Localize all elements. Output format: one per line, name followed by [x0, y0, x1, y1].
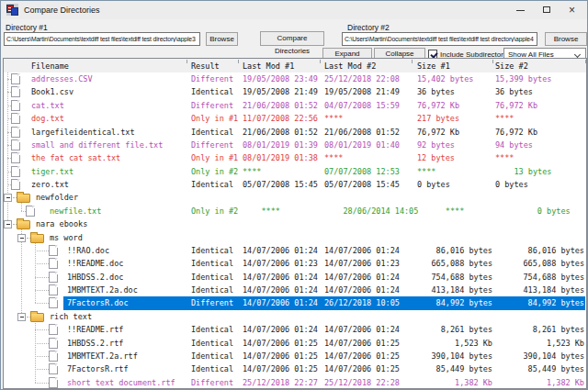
compare-directories-button[interactable]: Compare Directories — [260, 31, 324, 46]
cell-last-mod-1: 21/06/2008 01:52 — [243, 99, 322, 112]
table-row[interactable]: !!README.docIdentical14/07/2006 01:2314/… — [4, 257, 586, 270]
cell-size-2: 0 bytes — [495, 205, 584, 217]
table-row[interactable]: cat.txtDifferent21/06/2008 01:5204/07/20… — [4, 99, 586, 112]
column-separator — [585, 60, 586, 63]
table-row[interactable]: rich text — [4, 310, 586, 323]
file-name: Book1.csv — [31, 85, 74, 98]
table-row[interactable]: short text document.rtfDifferent25/12/20… — [4, 376, 586, 388]
table-row[interactable]: tiger.txtOnly in #2****07/07/2008 12:53*… — [4, 165, 586, 178]
cell-size-1: 84,992 bytes — [417, 296, 492, 309]
minimize-button[interactable] — [507, 1, 534, 19]
column-header[interactable]: Result — [191, 61, 220, 72]
cell-result: Different — [191, 296, 239, 309]
cell-last-mod-2: 14/07/2006 01:24 — [324, 271, 414, 284]
cell-result: Different — [191, 99, 239, 112]
browse1-button[interactable]: Browse — [206, 32, 238, 46]
cell-last-mod-2: 14/07/2006 01:25 — [324, 337, 414, 350]
column-header[interactable]: Filename — [31, 61, 69, 72]
cell-last-mod-1: 08/01/2019 01:38 — [243, 151, 322, 164]
directory1-path-input[interactable] — [4, 32, 200, 46]
file-icon — [49, 284, 58, 295]
table-row[interactable]: newfolder — [4, 191, 586, 204]
cell-last-mod-2: **** — [324, 151, 414, 164]
file-icon — [11, 113, 20, 124]
maximize-button[interactable] — [534, 1, 560, 19]
file-icon — [11, 100, 20, 111]
cell-last-mod-1: 14/07/2006 01:24 — [243, 284, 322, 296]
table-row[interactable]: largefileidentical.txtIdentical21/06/200… — [4, 126, 586, 139]
tree-line — [35, 369, 49, 370]
cell-size-1: 1,382 Kb — [417, 376, 492, 388]
table-row[interactable]: addresses.CSVDifferent19/05/2008 23:4925… — [4, 72, 586, 85]
cell-size-1: 15,402 bytes — [417, 72, 492, 85]
table-row[interactable]: zero.txtIdentical05/07/2008 15:4505/07/2… — [4, 178, 586, 191]
cell-result: Identical — [191, 271, 239, 284]
column-separator — [238, 60, 239, 63]
column-header[interactable]: Size #2 — [495, 61, 528, 72]
cell-last-mod-2: **** — [324, 112, 414, 125]
cell-last-mod-1: 08/01/2019 01:39 — [243, 139, 322, 151]
table-row[interactable]: 7FactorsR.rtfIdentical14/07/2006 01:2514… — [4, 362, 586, 375]
cell-size-1: 76,972 Kb — [417, 99, 492, 112]
table-row[interactable]: 1MBMTEXT.2a.docIdentical14/07/2006 01:24… — [4, 284, 586, 296]
table-row[interactable]: newfile.txtOnly in #2 **** 28/06/2014 14… — [4, 205, 586, 217]
tree-line — [35, 356, 49, 357]
column-header[interactable]: Last Mod #2 — [324, 61, 376, 72]
cell-last-mod-2: 19/05/2008 21:49 — [324, 85, 414, 98]
table-row[interactable]: ms word — [4, 231, 586, 244]
table-row[interactable]: 7FactorsR.docDifferent14/07/2006 01:2426… — [4, 296, 586, 309]
cell-result: Identical — [191, 85, 239, 98]
table-row[interactable]: the fat cat sat.txtOnly in #108/01/2019 … — [4, 151, 586, 164]
directory2-path-input[interactable] — [342, 32, 537, 46]
cell-size-1: 8,261 bytes — [417, 323, 492, 336]
file-name: zero.txt — [31, 178, 69, 191]
table-row[interactable]: small and different file.txtDifferent08/… — [4, 139, 586, 151]
cell-size-1: 85,449 bytes — [417, 362, 492, 375]
table-row[interactable]: nara ebooks — [4, 217, 586, 230]
cell-result: Identical — [191, 244, 239, 257]
table-row[interactable]: 1HBDSS.2.docIdentical14/07/2006 01:2414/… — [4, 271, 586, 284]
cell-result: Only in #2 — [191, 165, 239, 178]
cell-result: Identical — [191, 323, 239, 336]
tree-line — [35, 263, 49, 264]
file-name: largefileidentical.txt — [31, 126, 135, 139]
cell-size-2: 15,399 bytes — [495, 72, 584, 85]
cell-last-mod-2: 14/07/2006 01:25 — [324, 350, 414, 362]
cell-result: Different — [191, 72, 239, 85]
tree-expander[interactable] — [4, 194, 12, 202]
cell-last-mod-2: 04/07/2008 15:59 — [324, 99, 414, 112]
file-name: the fat cat sat.txt — [31, 151, 120, 164]
file-name: nara ebooks — [36, 217, 87, 230]
cell-last-mod-2: 05/07/2008 15:45 — [324, 178, 414, 191]
minimize-icon — [516, 10, 525, 11]
tree-expander[interactable] — [17, 313, 26, 321]
column-header[interactable]: Size #1 — [417, 61, 450, 72]
maximize-icon — [543, 6, 550, 13]
cell-size-2: 390,104 bytes — [495, 350, 584, 362]
cell-last-mod-1: 14/07/2006 01:24 — [243, 296, 322, 309]
cell-last-mod-2: 14/07/2006 01:25 — [324, 362, 414, 375]
column-header[interactable]: Last Mod #1 — [243, 61, 294, 72]
table-row[interactable]: 1HBDSS.2.rtfIdentical14/07/2006 01:2514/… — [4, 337, 586, 350]
table-row[interactable]: !!README.rtfIdentical14/07/2006 01:2414/… — [4, 323, 586, 336]
file-name: newfile.txt — [50, 205, 101, 217]
browse2-button[interactable]: Browse — [545, 32, 587, 46]
table-row[interactable]: Book1.csvIdentical19/05/2008 21:4919/05/… — [4, 85, 586, 98]
tree-expander[interactable] — [17, 234, 26, 242]
file-name: 1MBMTEXT.2a.doc — [67, 284, 138, 296]
tree-line — [35, 251, 49, 251]
cell-result: Identical — [191, 257, 239, 270]
table-row[interactable]: dog.txtOnly in #111/07/2008 22:56****217… — [4, 112, 586, 125]
cell-last-mod-2: 28/06/2014 14:05 — [324, 205, 414, 217]
close-button[interactable]: × — [560, 1, 587, 19]
file-name: !!README.doc — [67, 257, 123, 270]
column-separator — [320, 60, 321, 63]
cell-last-mod-1: 21/06/2008 01:52 — [243, 126, 322, 139]
table-row[interactable]: 1MBMTEXT.2a.rtfIdentical14/07/2006 01:25… — [4, 350, 586, 362]
file-name: addresses.CSV — [31, 72, 93, 85]
table-row[interactable]: !!RAO.docIdentical14/07/2006 01:2414/07/… — [4, 244, 586, 257]
folder-icon — [17, 194, 30, 203]
tree-expander[interactable] — [4, 220, 12, 228]
cell-result: Identical — [191, 350, 239, 362]
cell-size-2: 36 bytes — [495, 85, 584, 98]
